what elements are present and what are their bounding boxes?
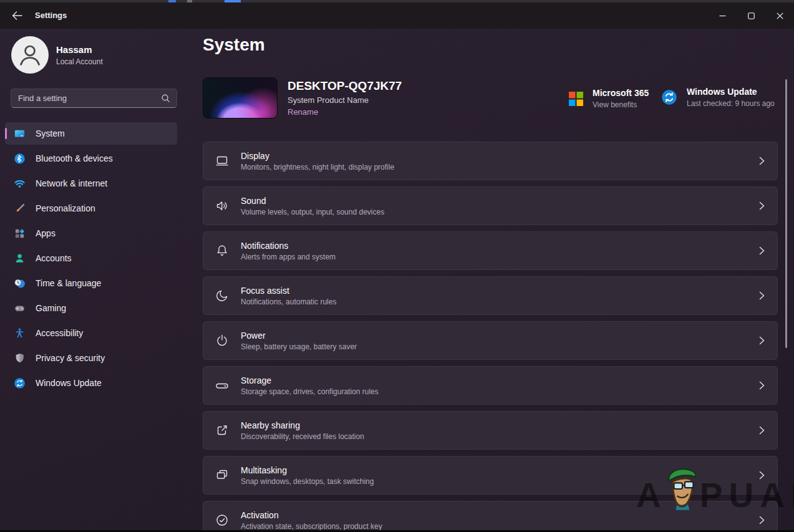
sidebar-item-label: Privacy & security — [36, 353, 105, 363]
sidebar-item-time-language[interactable]: Time & language — [5, 272, 177, 294]
row-subtitle: Storage space, drives, configuration rul… — [241, 387, 379, 396]
row-title: Activation — [241, 510, 382, 520]
rename-link[interactable]: Rename — [288, 107, 318, 117]
system-icon — [14, 128, 26, 140]
desktop-sliver-bit — [187, 0, 192, 2]
settings-list: Display Monitors, brightness, night ligh… — [203, 142, 778, 532]
sidebar-item-network-internet[interactable]: Network & internet — [5, 172, 177, 195]
row-subtitle: Snap windows, desktops, task switching — [241, 477, 374, 486]
row-subtitle: Notifications, automatic rules — [241, 297, 336, 306]
close-button[interactable] — [765, 2, 794, 29]
privacy-icon — [14, 352, 26, 364]
back-arrow-icon — [12, 11, 22, 20]
page-title: System — [203, 35, 265, 55]
back-button[interactable] — [7, 7, 26, 24]
user-name: Hassam — [56, 44, 92, 55]
row-title: Notifications — [241, 241, 336, 251]
sidebar-item-windows-update[interactable]: Windows Update — [5, 372, 177, 394]
minimize-button[interactable] — [708, 2, 737, 29]
app-title: Settings — [35, 11, 67, 20]
apps-icon — [14, 228, 26, 239]
row-notifications[interactable]: Notifications Alerts from apps and syste… — [203, 231, 778, 270]
time-language-icon — [14, 278, 26, 289]
row-subtitle: Activation state, subscriptions, product… — [241, 522, 382, 531]
search-input[interactable] — [11, 94, 161, 103]
device-wallpaper-thumbnail — [203, 77, 278, 118]
microsoft-logo — [569, 92, 583, 106]
sidebar-item-accounts[interactable]: Accounts — [5, 247, 177, 269]
power-icon — [214, 332, 230, 349]
ms365-subtitle[interactable]: View benefits — [593, 100, 649, 109]
multitask-icon — [214, 467, 230, 483]
row-title: Display — [241, 151, 394, 161]
titlebar: Settings — [0, 2, 794, 29]
chevron-right-icon — [758, 516, 766, 525]
desktop-sliver-bit — [225, 0, 241, 2]
moon-icon — [214, 288, 230, 304]
row-subtitle: Sleep, battery usage, battery saver — [241, 342, 357, 351]
chevron-right-icon — [758, 471, 766, 480]
row-subtitle: Discoverability, received files location — [241, 432, 364, 441]
sidebar-item-gaming[interactable]: Gaming — [5, 297, 177, 319]
sidebar-item-privacy-security[interactable]: Privacy & security — [5, 347, 177, 369]
chevron-right-icon — [758, 246, 766, 256]
row-storage[interactable]: Storage Storage space, drives, configura… — [203, 366, 778, 405]
ms365-title: Microsoft 365 — [593, 88, 649, 98]
row-title: Sound — [241, 196, 384, 206]
search-icon — [161, 94, 170, 103]
sidebar-nav: System Bluetooth & devices Network & int… — [0, 122, 187, 397]
device-product-name: System Product Name — [288, 95, 402, 105]
storage-icon — [214, 377, 230, 394]
chevron-right-icon — [758, 291, 766, 301]
wu-title: Windows Update — [687, 87, 775, 97]
sidebar-item-label: Personalization — [36, 203, 95, 213]
chevron-right-icon — [758, 381, 766, 390]
windows-update-card[interactable]: Windows Update Last checked: 9 hours ago — [661, 87, 775, 108]
chevron-right-icon — [758, 157, 766, 166]
sidebar-item-label: Bluetooth & devices — [36, 153, 113, 163]
sidebar-item-personalization[interactable]: Personalization — [5, 197, 177, 220]
microsoft-365-card[interactable]: Microsoft 365 View benefits — [569, 88, 649, 109]
check-circle-icon — [214, 512, 230, 528]
row-nearby-sharing[interactable]: Nearby sharing Discoverability, received… — [203, 411, 778, 450]
desktop-edge-sliver — [0, 0, 794, 2]
row-sound[interactable]: Sound Volume levels, output, input, soun… — [203, 186, 778, 225]
share-icon — [214, 422, 230, 438]
search-box[interactable] — [11, 89, 177, 108]
accounts-icon — [14, 253, 26, 264]
sidebar-item-accessibility[interactable]: Accessibility — [5, 322, 177, 344]
sidebar-item-label: System — [36, 128, 65, 138]
row-activation[interactable]: Activation Activation state, subscriptio… — [203, 501, 778, 532]
row-title: Power — [241, 331, 357, 341]
maximize-icon — [748, 12, 755, 19]
row-multitasking[interactable]: Multitasking Snap windows, desktops, tas… — [203, 456, 778, 495]
row-subtitle: Alerts from apps and system — [241, 253, 336, 261]
desktop-sliver-bit — [168, 0, 176, 2]
wu-subtitle: Last checked: 9 hours ago — [687, 99, 775, 108]
row-power[interactable]: Power Sleep, battery usage, battery save… — [203, 321, 778, 360]
sidebar-item-bluetooth-devices[interactable]: Bluetooth & devices — [5, 147, 177, 170]
maximize-button[interactable] — [737, 2, 765, 29]
sidebar-item-label: Apps — [36, 228, 56, 238]
gaming-icon — [14, 302, 26, 314]
row-title: Multitasking — [241, 465, 374, 475]
user-avatar[interactable] — [11, 36, 49, 74]
sidebar-item-label: Gaming — [36, 303, 66, 313]
row-display[interactable]: Display Monitors, brightness, night ligh… — [203, 142, 778, 180]
bell-icon — [214, 243, 230, 259]
bluetooth-icon — [14, 153, 26, 165]
sidebar-item-system[interactable]: System — [5, 122, 177, 145]
windows-update-icon — [14, 377, 26, 389]
sidebar-item-label: Accessibility — [36, 328, 83, 338]
network-icon — [14, 178, 26, 190]
minimize-icon — [719, 12, 726, 19]
row-focus-assist[interactable]: Focus assist Notifications, automatic ru… — [203, 276, 778, 315]
sidebar-item-label: Accounts — [36, 253, 72, 263]
close-icon — [777, 12, 783, 19]
personalization-icon — [14, 203, 26, 215]
scrollbar-thumb[interactable] — [785, 79, 787, 348]
row-title: Nearby sharing — [241, 420, 364, 430]
sidebar-item-apps[interactable]: Apps — [5, 222, 177, 244]
sidebar-item-label: Network & internet — [36, 178, 107, 188]
sound-icon — [214, 198, 230, 214]
